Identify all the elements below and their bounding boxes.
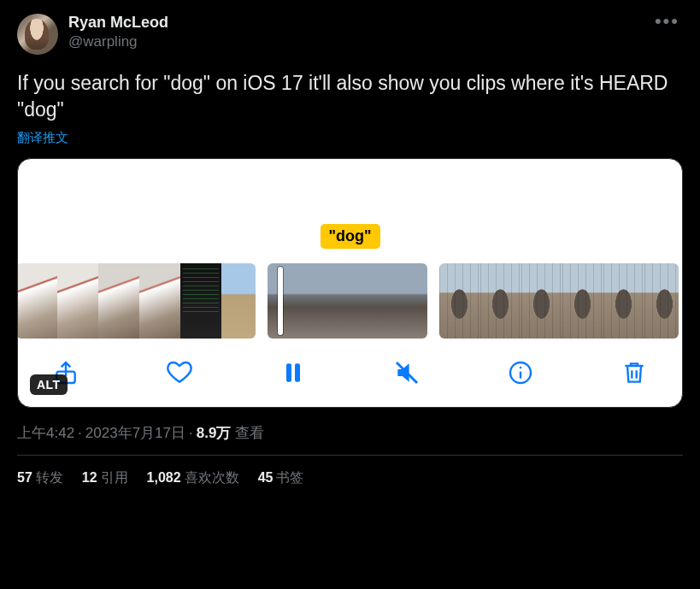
tweet-text: If you search for "dog" on iOS 17 it'll …: [17, 70, 683, 123]
media-card[interactable]: "dog": [17, 158, 683, 408]
svg-point-6: [520, 367, 522, 369]
author-block: Ryan McLeod @warpling: [68, 14, 641, 51]
thumbnail: [98, 263, 139, 339]
thumbnail: [268, 263, 309, 339]
clip-group-1[interactable]: [17, 263, 256, 339]
clip-group-3[interactable]: [439, 263, 679, 339]
author-username[interactable]: @warpling: [68, 32, 641, 51]
views-label[interactable]: 查看: [235, 425, 264, 441]
thumbnail: [139, 263, 180, 339]
thumbnail: [439, 263, 480, 339]
more-icon[interactable]: •••: [651, 14, 683, 29]
thumbnail: [17, 263, 57, 339]
author-display-name[interactable]: Ryan McLeod: [68, 14, 641, 32]
views-count: 8.9万: [197, 425, 232, 441]
thumbnail: [391, 263, 427, 339]
tweet-meta: 上午4:42·2023年7月17日·8.9万 查看: [17, 423, 683, 443]
thumbnail: [562, 263, 603, 339]
info-icon[interactable]: [503, 356, 538, 390]
thumbnail: [309, 263, 350, 339]
translate-link[interactable]: 翻译推文: [17, 130, 68, 146]
stat-retweets[interactable]: 57转发: [17, 469, 63, 487]
alt-badge[interactable]: ALT: [30, 374, 68, 395]
stat-likes[interactable]: 1,082喜欢次数: [147, 469, 239, 487]
thumbnail: [221, 263, 256, 339]
stat-bookmarks[interactable]: 45书签: [258, 469, 304, 487]
trash-icon[interactable]: [617, 356, 651, 390]
tweet-date[interactable]: 2023年7月17日: [85, 425, 185, 441]
playhead[interactable]: [278, 267, 283, 335]
thumbnail: [480, 263, 521, 339]
thumbnail: [603, 263, 644, 339]
stat-quotes[interactable]: 12引用: [82, 469, 128, 487]
tweet-stats: 57转发 12引用 1,082喜欢次数 45书签: [17, 456, 683, 487]
svg-rect-2: [295, 363, 300, 381]
pause-icon[interactable]: [276, 356, 310, 390]
avatar[interactable]: [17, 14, 58, 55]
heart-icon[interactable]: [162, 356, 197, 390]
search-tag-label: "dog": [320, 224, 379, 249]
svg-rect-1: [286, 363, 291, 381]
thumbnail: [180, 263, 221, 339]
mute-icon[interactable]: [390, 356, 424, 390]
tweet-header: Ryan McLeod @warpling •••: [17, 14, 683, 55]
clip-group-2-active[interactable]: [268, 263, 427, 339]
tweet-container: Ryan McLeod @warpling ••• If you search …: [0, 0, 700, 487]
thumbnail: [521, 263, 562, 339]
thumbnail: [350, 263, 391, 339]
thumbnail: [644, 263, 679, 339]
tweet-time[interactable]: 上午4:42: [17, 425, 74, 441]
media-toolbar: [18, 339, 682, 395]
thumbnail: [57, 263, 98, 339]
